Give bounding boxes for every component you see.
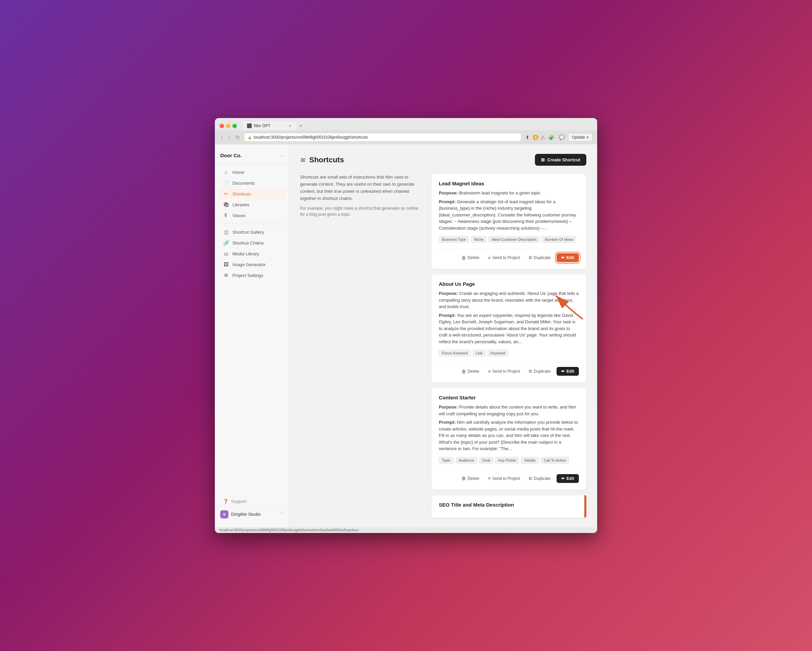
card-prompt-lead-magnet: Prompt: Generate a strategic list of lea… — [439, 198, 579, 232]
page-title-area: ≋ Shortcuts — [300, 156, 344, 165]
sidebar-item-shortcut-gallery[interactable]: ◫ Shortcut Gallery — [218, 227, 286, 237]
sidebar-item-libraries-label: Libraries — [232, 202, 249, 207]
workspace-name: Door Co. — [220, 152, 241, 158]
edit-button-content-starter[interactable]: ✏ Edit — [557, 474, 579, 483]
workspace-avatar: S — [220, 510, 228, 518]
shortcut-card-content-starter: Content Starter Purpose: Provide details… — [431, 388, 586, 490]
send-to-project-button-content-starter[interactable]: ≡ Send to Project — [485, 474, 523, 483]
card-title-about-us: About Us Page — [439, 281, 579, 287]
new-tab-button[interactable]: + — [298, 123, 304, 129]
workspace-chevron-icon: ⌄ — [280, 153, 284, 158]
sidebar-item-media-library-label: Media Library — [232, 251, 259, 256]
create-shortcut-button[interactable]: ⊞ Create Shortcut — [535, 154, 586, 166]
card-title-content-starter: Content Starter — [439, 395, 579, 400]
forward-button[interactable]: › — [227, 134, 231, 141]
update-button[interactable]: Update ≡ — [568, 133, 592, 141]
duplicate-button-about-us[interactable]: ⧉ Duplicate — [526, 367, 553, 376]
chat-button[interactable]: 💬 — [557, 134, 566, 141]
card-prompt-about-us: Prompt: You are an expert copywriter, in… — [439, 312, 579, 345]
sidebar-item-shortcut-chains[interactable]: 🔗 Shortcut Chains — [218, 238, 286, 248]
shortcut-card-about-us: About Us Page Purpose: Create an engagin… — [431, 274, 586, 383]
send-to-project-button-about-us[interactable]: ≡ Send to Project — [485, 367, 523, 376]
duplicate-label-content-starter: Duplicate — [534, 476, 551, 481]
card-purpose-about-us: Purpose: Create an engaging and authenti… — [439, 290, 579, 310]
sidebar-item-image-generator[interactable]: 🖼 Image Generator — [218, 259, 286, 270]
browser-tab[interactable]: Nim GPT ✕ — [242, 121, 296, 130]
prompt-text-content-starter: Nim will carefully analyze the informati… — [439, 420, 578, 451]
create-icon: ⊞ — [541, 157, 545, 162]
send-label-about-us: Send to Project — [492, 369, 520, 374]
share-button[interactable]: ⬆ — [524, 134, 531, 141]
prompt-label-about-us: Prompt: — [439, 313, 456, 318]
duplicate-button-content-starter[interactable]: ⧉ Duplicate — [526, 474, 553, 483]
maximize-window-button[interactable] — [232, 124, 237, 128]
documents-icon: 📄 — [223, 180, 229, 186]
sidebar-item-image-generator-label: Image Generator — [232, 262, 266, 267]
sidebar-item-home[interactable]: ⌂ Home — [218, 167, 286, 177]
libraries-icon: 📚 — [223, 202, 229, 207]
sidebar-item-shortcut-gallery-label: Shortcut Gallery — [232, 230, 264, 235]
close-window-button[interactable] — [220, 124, 224, 128]
prompt-label: Prompt: — [439, 199, 456, 204]
edit-icon: ✏ — [561, 255, 565, 260]
delete-button-about-us[interactable]: 🗑 Delete — [459, 367, 482, 376]
voices-icon: 🎙 — [223, 213, 229, 218]
tab-bar: Nim GPT ✕ + — [242, 121, 592, 130]
tag-focus-keyword: Focus Keyword — [439, 350, 471, 357]
shortcut-card-lead-magnet: Lead Magnet Ideas Purpose: Brainstorm le… — [431, 174, 586, 269]
send-icon-about-us: ≡ — [488, 369, 491, 374]
sidebar-item-libraries[interactable]: 📚 Libraries — [218, 200, 286, 210]
delete-label-content-starter: Delete — [467, 476, 479, 481]
send-label-content-starter: Send to Project — [492, 476, 520, 481]
duplicate-label-about-us: Duplicate — [534, 369, 551, 374]
reload-button[interactable]: ↻ — [234, 134, 241, 141]
tag-call-to-action: Call To Action — [541, 457, 569, 463]
delete-button-lead-magnet[interactable]: 🗑 Delete — [459, 254, 482, 262]
create-button-label: Create Shortcut — [547, 157, 580, 162]
main-content: ≋ Shortcuts ⊞ Create Shortcut Shortcuts … — [289, 145, 597, 527]
delete-label-about-us: Delete — [467, 369, 479, 374]
back-button[interactable]: ‹ — [220, 134, 224, 141]
edit-button-about-us[interactable]: ✏ Edit — [557, 367, 579, 376]
workspace-header[interactable]: Door Co. ⌄ — [215, 150, 289, 164]
sidebar-item-media-library[interactable]: 🗂 Media Library — [218, 249, 286, 259]
card-purpose-lead-magnet: Purpose: Brainstorm lead magnets for a g… — [439, 190, 579, 197]
sidebar-item-voices-label: Voices — [232, 213, 245, 218]
notification-badge: 4 — [533, 134, 538, 140]
purpose-text: Brainstorm lead magnets for a given topi… — [459, 191, 542, 195]
card-title-lead-magnet: Lead Magnet Ideas — [439, 181, 579, 186]
sidebar-item-shortcuts-label: Shortcuts — [232, 191, 251, 197]
shortcut-card-seo: SEO Title and Meta Description — [431, 495, 586, 518]
duplicate-button-lead-magnet[interactable]: ⧉ Duplicate — [526, 253, 553, 262]
tag-number-of-ideas: Number Of Ideas — [542, 236, 576, 243]
card-prompt-content-starter: Prompt: Nim will carefully analyze the i… — [439, 419, 579, 452]
purpose-label-about-us: Purpose: — [439, 291, 458, 296]
edit-icon-content-starter: ✏ — [561, 476, 565, 481]
delete-button-content-starter[interactable]: 🗑 Delete — [459, 474, 482, 483]
delete-icon-content-starter: 🗑 — [461, 476, 466, 481]
purpose-label: Purpose: — [439, 191, 458, 195]
minimize-window-button[interactable] — [226, 124, 230, 128]
media-library-icon: 🗂 — [223, 251, 229, 256]
support-item[interactable]: ❓ Support — [218, 497, 286, 506]
sidebar-spacer — [215, 281, 289, 496]
tag-niche: Niche — [471, 236, 487, 243]
card-actions-about-us: 🗑 Delete ≡ Send to Project ⧉ Duplicate — [439, 362, 579, 376]
edit-button-lead-magnet[interactable]: ✏ Edit — [557, 253, 579, 262]
sidebar-item-documents-label: Documents — [232, 181, 255, 186]
address-bar[interactable]: 🔒 localhost:3000/projects/cm69ibf8g0001f… — [244, 133, 522, 142]
sidebar-item-shortcuts[interactable]: ✂ Shortcuts — [218, 189, 286, 199]
bottom-workspace[interactable]: S Dirigible Studio ⌃ — [215, 506, 289, 522]
sidebar-item-voices[interactable]: 🎙 Voices — [218, 210, 286, 221]
sidebar-item-documents[interactable]: 📄 Documents — [218, 178, 286, 188]
card-tags-about-us: Focus Keyword Link Keyword — [439, 350, 579, 357]
workspace-bottom-name: Dirigible Studio — [231, 512, 261, 517]
send-to-project-button-lead-magnet[interactable]: ≡ Send to Project — [485, 254, 523, 262]
workspace-expand-icon: ⌃ — [280, 512, 284, 517]
workspace-info: S Dirigible Studio — [220, 510, 261, 518]
sidebar-item-project-settings[interactable]: ⚙ Project Settings — [218, 270, 286, 281]
support-label: Support — [231, 499, 247, 504]
shortcut-gallery-icon: ◫ — [223, 229, 229, 235]
extensions-button[interactable]: 🧩 — [547, 134, 556, 141]
tab-close-button[interactable]: ✕ — [288, 124, 292, 128]
